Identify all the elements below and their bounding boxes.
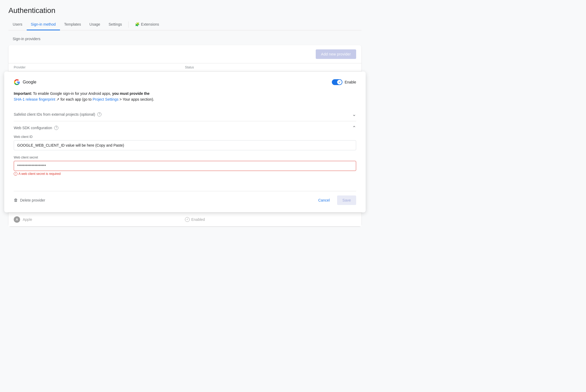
tabs-nav: Users Sign-in method Templates Usage Set…	[8, 19, 361, 30]
check-circle-icon: ✓	[185, 217, 190, 222]
trash-icon: 🗑	[14, 198, 18, 203]
web-client-secret-label: Web client secret	[14, 156, 356, 159]
tab-users[interactable]: Users	[8, 19, 27, 30]
add-provider-button[interactable]: Add new provider	[316, 49, 356, 59]
notice-text2: for each app	[61, 97, 81, 101]
notice-project-settings-link[interactable]: Project Settings	[92, 97, 118, 101]
provider-header-row: Google ✓ Enable	[14, 79, 356, 85]
cancel-button[interactable]: Cancel	[314, 195, 334, 205]
delete-provider-button[interactable]: 🗑 Delete provider	[14, 196, 45, 205]
web-client-secret-group: Web client secret ! A web client secret …	[14, 156, 356, 176]
apple-provider-row[interactable]: A Apple ✓ Enabled	[8, 212, 361, 226]
google-provider-panel: Google ✓ Enable Important: To enab	[4, 72, 366, 212]
toggle-check-icon: ✓	[338, 81, 341, 84]
chevron-down-icon: ⌄	[352, 111, 356, 117]
save-button[interactable]: Save	[337, 195, 356, 205]
apple-logo-icon: A	[14, 216, 20, 223]
apple-status-label: Enabled	[191, 217, 205, 222]
tab-settings[interactable]: Settings	[104, 19, 126, 30]
chevron-up-icon: ⌃	[352, 125, 356, 131]
providers-table-header: Provider Status	[8, 63, 361, 72]
delete-provider-label: Delete provider	[20, 198, 45, 202]
web-sdk-help-icon[interactable]: ?	[54, 126, 58, 130]
footer-actions: Cancel Save	[314, 195, 356, 205]
web-sdk-title-label: Web SDK configuration	[14, 126, 52, 130]
important-notice: Important: To enable Google sign-in for …	[14, 91, 356, 102]
web-client-id-input[interactable]	[14, 140, 356, 150]
web-client-id-group: Web client ID	[14, 135, 356, 150]
notice-text4: > Your apps section).	[119, 97, 154, 101]
extensions-icon: 🧩	[135, 22, 139, 26]
apple-icon-area: A Apple	[14, 216, 185, 223]
provider-name-label: Google	[23, 80, 36, 85]
tab-usage[interactable]: Usage	[85, 19, 104, 30]
tab-sign-in-method[interactable]: Sign-in method	[27, 19, 60, 30]
notice-important: Important:	[14, 91, 32, 96]
google-icon	[14, 79, 20, 85]
enable-area: ✓ Enable	[332, 79, 356, 85]
tab-extensions[interactable]: 🧩 Extensions	[131, 19, 163, 30]
panel-footer: 🗑 Delete provider Cancel Save	[14, 191, 356, 205]
tab-templates[interactable]: Templates	[60, 19, 85, 30]
content-area: Sign-in providers Add new provider Provi…	[8, 30, 361, 233]
page-title: Authentication	[8, 6, 361, 15]
notice-sha-link[interactable]: SHA-1 release fingerprint	[14, 97, 55, 101]
enable-toggle[interactable]: ✓	[332, 79, 342, 85]
tab-divider	[128, 21, 129, 28]
error-icon: !	[14, 172, 17, 176]
web-client-secret-input[interactable]	[14, 161, 356, 171]
web-sdk-title-area: Web SDK configuration ?	[14, 126, 58, 130]
providers-header: Add new provider	[8, 45, 361, 63]
error-message: A web client secret is required	[18, 172, 61, 176]
safelist-title-area: Safelist client IDs from external projec…	[14, 112, 101, 116]
enable-label: Enable	[345, 80, 356, 84]
toggle-knob: ✓	[337, 80, 342, 85]
providers-card: Add new provider Provider Status	[8, 45, 361, 226]
notice-bold1: you must provide the	[112, 91, 150, 96]
safelist-section: Safelist client IDs from external projec…	[14, 108, 356, 121]
web-client-id-label: Web client ID	[14, 135, 356, 139]
safelist-header[interactable]: Safelist client IDs from external projec…	[14, 111, 356, 117]
apple-status-area: ✓ Enabled	[185, 217, 356, 222]
web-sdk-section: Web SDK configuration ? ⌃ Web client ID …	[14, 121, 356, 185]
provider-name-area: Google	[14, 79, 36, 85]
safelist-title-label: Safelist client IDs from external projec…	[14, 112, 95, 116]
section-label: Sign-in providers	[13, 37, 361, 41]
col-provider-label: Provider	[14, 66, 185, 69]
col-status-label: Status	[185, 66, 356, 69]
notice-text1: To enable Google sign-in for your Androi…	[33, 91, 112, 96]
apple-name-label: Apple	[23, 217, 32, 222]
web-sdk-header[interactable]: Web SDK configuration ? ⌃	[14, 125, 356, 131]
safelist-help-icon[interactable]: ?	[97, 112, 101, 116]
web-client-secret-error: ! A web client secret is required	[14, 172, 356, 176]
notice-text3: (go to	[82, 97, 93, 101]
